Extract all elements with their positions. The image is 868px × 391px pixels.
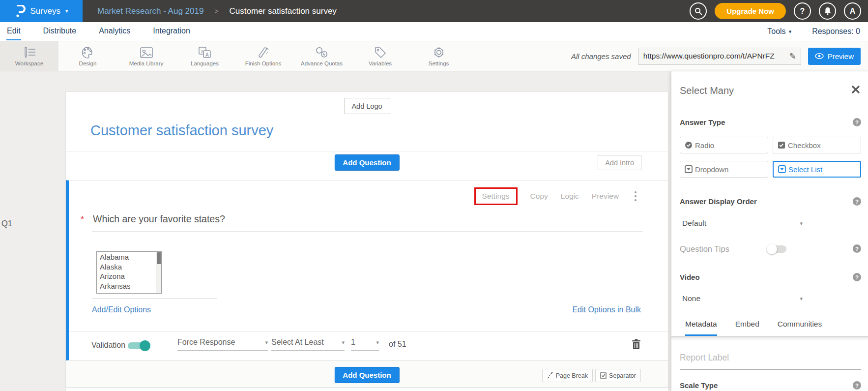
search-button[interactable] (690, 2, 707, 20)
listbox-scroll-thumb[interactable] (157, 252, 161, 264)
avatar-initial: A (850, 7, 856, 16)
toolbar-item-media-library[interactable]: Media Library (117, 41, 175, 71)
languages-icon: x A (198, 46, 212, 59)
required-asterisk: * (81, 214, 84, 225)
help-icon[interactable]: ? (853, 381, 861, 390)
tab-distribute[interactable]: Distribute (43, 23, 77, 40)
listbox-option[interactable]: Arizona (100, 271, 161, 281)
toolbar-item-advance-quotas[interactable]: Advance Quotas (292, 41, 351, 71)
close-panel-button[interactable] (851, 85, 860, 94)
toolbar-item-workspace[interactable]: Workspace (0, 41, 58, 71)
answer-type-dropdown[interactable]: Dropdown (680, 161, 768, 178)
answer-type-heading: Answer Type (680, 118, 725, 126)
app-window: Surveys ▾ Market Research - Aug 2019 > C… (0, 0, 868, 391)
breadcrumb-page-title: Customer satisfaction survey (230, 6, 337, 16)
responses-count: Responses: 0 (812, 27, 860, 36)
listbox-options: Alabama Alaska Arizona Arkansas (97, 252, 161, 291)
question-more-menu-icon[interactable] (635, 191, 637, 201)
advance-quotas-link-icon (315, 46, 329, 59)
tab-embed[interactable]: Embed (735, 320, 759, 336)
video-dropdown[interactable]: None ▾ (682, 294, 803, 303)
separator-button[interactable]: Separator (595, 369, 641, 382)
toolbar-item-design[interactable]: Design (58, 41, 117, 71)
listbox-option[interactable]: Alaska (100, 262, 161, 272)
survey-title[interactable]: Customer satisfaction survey (90, 122, 273, 139)
workspace-icon (23, 46, 36, 59)
tab-metadata[interactable]: Metadata (685, 320, 717, 336)
help-button[interactable]: ? (794, 2, 811, 20)
breadcrumb-project-link[interactable]: Market Research - Aug 2019 (97, 6, 203, 16)
checkbox-check-icon (778, 141, 785, 149)
media-library-icon (140, 46, 153, 59)
answer-type-checkbox[interactable]: Checkbox (773, 137, 861, 153)
help-icon[interactable]: ? (853, 197, 861, 206)
video-value: None (682, 294, 700, 303)
survey-nav: Edit Distribute Analytics Integration To… (0, 22, 868, 41)
answer-type-radio[interactable]: Radio (680, 137, 768, 153)
answer-type-label: Select List (788, 165, 822, 174)
add-logo-button[interactable]: Add Logo (344, 98, 390, 114)
tools-menu[interactable]: Tools ▾ (767, 27, 791, 36)
preview-button[interactable]: Preview (808, 48, 861, 65)
display-order-value: Default (682, 219, 706, 228)
select-at-least-dropdown[interactable]: Select At Least ▾ (271, 338, 345, 351)
question-logic-button[interactable]: Logic (561, 192, 579, 201)
force-response-dropdown[interactable]: Force Response ▾ (177, 338, 268, 351)
page-break-button[interactable]: Page Break (542, 369, 593, 382)
add-question-button-top[interactable]: Add Question (334, 154, 399, 171)
answer-type-row: Answer Type ? (680, 118, 861, 126)
delete-question-button[interactable] (632, 339, 641, 350)
caret-down-icon: ▾ (65, 8, 68, 14)
survey-url-field[interactable]: https://www.questionpro.com/t/APNrFZ ✎ (638, 48, 801, 65)
force-response-value: Force Response (177, 338, 235, 347)
answer-listbox[interactable]: Alabama Alaska Arizona Arkansas (96, 251, 162, 294)
add-question-button-bottom[interactable]: Add Question (334, 367, 399, 383)
help-icon[interactable]: ? (853, 244, 861, 253)
tab-communities[interactable]: Communities (778, 320, 822, 336)
add-intro-button[interactable]: Add Intro (598, 155, 641, 170)
tab-integration[interactable]: Integration (152, 23, 191, 40)
bell-icon (824, 7, 832, 15)
toolbar-label: Languages (191, 60, 219, 66)
edit-options-in-bulk-link[interactable]: Edit Options in Bulk (572, 305, 641, 314)
caret-down-icon: ▾ (376, 339, 379, 346)
notifications-button[interactable] (819, 2, 836, 20)
editor-toolbar: Workspace Design Media Library (0, 41, 868, 71)
survey-url-value: https://www.questionpro.com/t/APNrFZ (638, 52, 785, 60)
breadcrumb-separator: > (214, 7, 218, 15)
report-label-input[interactable]: Report Label (680, 353, 861, 370)
min-count-dropdown[interactable]: 1 ▾ (351, 338, 379, 351)
section-divider (66, 151, 668, 151)
question-preview-button[interactable]: Preview (592, 192, 619, 201)
question-settings-button[interactable]: Settings (482, 192, 510, 200)
validation-toggle[interactable] (128, 342, 151, 350)
add-edit-options-link[interactable]: Add/Edit Options (92, 305, 151, 314)
preview-label: Preview (828, 52, 854, 60)
listbox-option[interactable]: Alabama (100, 252, 161, 262)
toolbar-label: Media Library (129, 60, 164, 66)
account-avatar[interactable]: A (844, 2, 861, 20)
tab-analytics[interactable]: Analytics (98, 23, 131, 40)
listbox-option[interactable]: Arkansas (100, 281, 161, 291)
toolbar-item-variables[interactable]: Variables (351, 41, 409, 71)
answer-type-select-list[interactable]: Select List (773, 161, 861, 178)
display-order-dropdown[interactable]: Default ▾ (682, 219, 803, 228)
surveys-menu[interactable]: Surveys ▾ (0, 0, 83, 22)
upgrade-now-button[interactable]: Upgrade Now (715, 3, 786, 19)
question-text[interactable]: Which are your favorite states? (93, 213, 225, 225)
tab-edit[interactable]: Edit (6, 23, 21, 40)
question-copy-button[interactable]: Copy (530, 192, 548, 201)
edit-url-pencil-icon[interactable]: ✎ (784, 51, 800, 61)
toolbar-label: Advance Quotas (301, 60, 343, 66)
listbox-scrollbar[interactable] (156, 252, 161, 293)
breadcrumb: Market Research - Aug 2019 > Customer sa… (97, 6, 337, 16)
help-icon[interactable]: ? (853, 118, 861, 126)
page-break-icon (547, 372, 553, 379)
survey-editor: Q1 Add Logo Customer satisfaction survey… (0, 71, 671, 391)
help-icon[interactable]: ? (853, 273, 861, 281)
toolbar-item-languages[interactable]: x A Languages (175, 41, 234, 71)
scale-type-row: Scale Type ? (680, 381, 861, 390)
toolbar-item-finish-options[interactable]: Finish Options (234, 41, 292, 71)
toolbar-item-settings[interactable]: Settings (409, 41, 468, 71)
add-question-row: Add Question Page Break Separat (66, 361, 668, 387)
